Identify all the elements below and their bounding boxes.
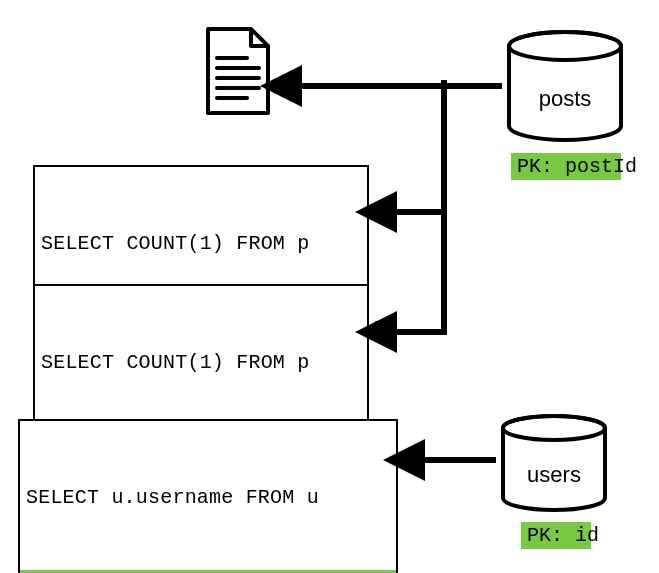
sql-line: SELECT COUNT(1) FROM p: [41, 348, 361, 377]
diagram-canvas: posts PK: postId users PK: id SELECT COU…: [0, 0, 659, 573]
database-posts-label: posts: [505, 86, 625, 112]
sql-query-author: SELECT u.username FROM u WHERE u.id = '<…: [18, 419, 398, 573]
database-posts: posts: [505, 30, 625, 148]
pk-badge-users: PK: id: [521, 522, 591, 549]
sql-line: SELECT u.username FROM u: [26, 483, 390, 512]
database-users: users: [499, 414, 609, 518]
sql-line: SELECT COUNT(1) FROM p: [41, 229, 361, 258]
pk-badge-posts: PK: postId: [511, 153, 621, 180]
document-icon: [203, 26, 273, 122]
database-users-label: users: [499, 462, 609, 488]
